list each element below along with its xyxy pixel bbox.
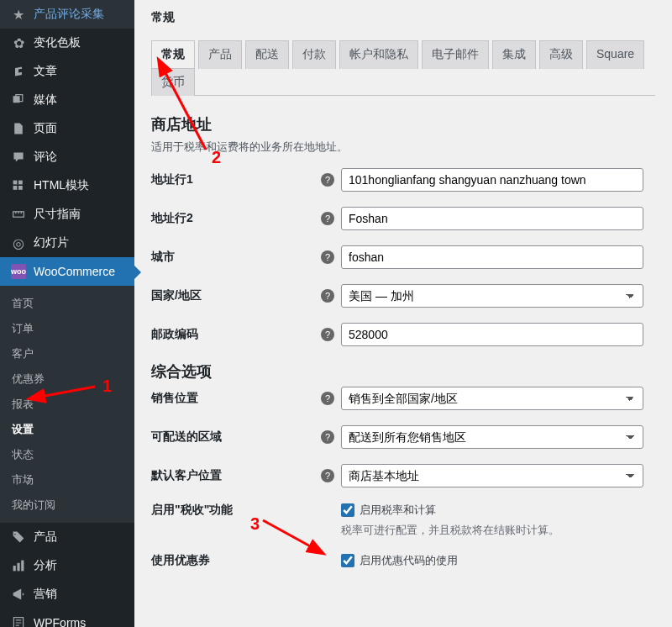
tab-shipping[interactable]: 配送 [245,40,289,69]
checkbox-enable-tax-label: 启用税率和计算 [360,503,436,518]
tab-integration[interactable]: 集成 [492,40,536,69]
help-icon[interactable]: ? [321,430,334,444]
help-icon[interactable]: ? [321,289,334,303]
sidebar-item-marketing[interactable]: 营销 [0,580,134,609]
submenu-customers[interactable]: 客户 [0,341,134,366]
sidebar-label: 尺寸指南 [34,207,81,222]
star-icon: ★ [10,6,27,23]
active-arrow-icon [134,266,141,279]
pin-icon [10,63,27,80]
help-icon[interactable]: ? [321,469,334,482]
input-address2[interactable] [341,207,643,230]
submenu-settings[interactable]: 设置 [0,417,134,442]
row-address2: 地址行2 ? [151,207,655,230]
sidebar-label: WooCommerce [34,265,115,278]
checkbox-coupons-wrap[interactable]: 启用优惠代码的使用 [341,553,655,568]
slides-icon: ◎ [10,234,27,251]
row-shipping-location: 可配送的区域 ? 配送到所有您销售地区 [151,425,655,449]
tab-products[interactable]: 产品 [198,40,242,69]
svg-rect-9 [21,561,24,572]
store-address-desc: 适用于税率和运费将的业务所在地地址。 [151,140,655,155]
sidebar-item-products[interactable]: 产品 [0,523,134,551]
sidebar-item-woocommerce[interactable]: woo WooCommerce [0,257,134,286]
enable-tax-desc: 税率可进行配置，并且税款将在结账时计算。 [341,523,655,538]
sidebar-label: 变化色板 [34,35,81,50]
annotation-number-2: 2 [212,148,221,167]
label-enable-tax: 启用"税收"功能 [151,503,319,518]
submenu-market[interactable]: 市场 [0,467,134,493]
help-icon[interactable]: ? [321,392,334,405]
label-postcode: 邮政编码 [151,327,319,342]
svg-rect-2 [13,181,18,185]
sidebar-item-wpforms[interactable]: WPForms [0,609,134,627]
help-icon[interactable]: ? [321,212,334,225]
sidebar-label: 幻灯片 [34,235,69,250]
help-icon[interactable]: ? [321,328,334,341]
svg-rect-3 [18,181,23,185]
submenu-home[interactable]: 首页 [0,291,134,316]
tab-accounts[interactable]: 帐户和隐私 [339,40,418,69]
svg-rect-7 [13,566,16,571]
product-icon [10,529,27,545]
settings-tabs: 常规 产品 配送 付款 帐户和隐私 电子邮件 集成 高级 Square 货币 [151,40,655,96]
sidebar-item-slides[interactable]: ◎幻灯片 [0,229,134,257]
svg-rect-5 [18,186,23,190]
submenu-orders[interactable]: 订单 [0,316,134,341]
tab-emails[interactable]: 电子邮件 [422,40,489,69]
checkbox-enable-tax[interactable] [341,503,354,517]
content-area: 常规 常规 产品 配送 付款 帐户和隐私 电子邮件 集成 高级 Square 货… [134,0,672,593]
sidebar-item-sizeguide[interactable]: 尺寸指南 [0,200,134,229]
sidebar-label: 媒体 [34,92,57,108]
submenu-coupons[interactable]: 优惠券 [0,366,134,392]
sidebar-label: 评论 [34,150,57,165]
label-selling-location: 销售位置 [151,391,319,406]
media-icon [10,92,27,108]
sidebar-item-analytics[interactable]: 分析 [0,551,134,580]
select-selling-location[interactable]: 销售到全部国家/地区 [341,387,643,410]
sidebar-label: 产品评论采集 [34,7,104,22]
wpforms-icon [10,614,27,627]
sidebar-label: 产品 [34,530,57,545]
sidebar-item-reviews[interactable]: ★产品评论采集 [0,0,134,29]
tab-square[interactable]: Square [586,40,644,69]
submenu-subscriptions[interactable]: 我的订阅 [0,493,134,518]
tab-currency[interactable]: 货币 [151,68,195,96]
submenu-status[interactable]: 状态 [0,442,134,467]
row-city: 城市 ? [151,245,655,269]
admin-sidebar: ★产品评论采集 ✿变化色板 文章 媒体 页面 评论 HTML模块 尺寸指南 ◎幻… [0,0,134,627]
label-address2: 地址行2 [151,211,319,226]
checkbox-coupons[interactable] [341,554,354,567]
help-icon[interactable]: ? [321,250,334,264]
sidebar-label: 营销 [34,587,57,602]
store-address-section: 商店地址 适用于税率和运费将的业务所在地地址。 地址行1 ? 地址行2 ? 城市… [134,96,672,593]
select-shipping-location[interactable]: 配送到所有您销售地区 [341,425,643,449]
checkbox-enable-tax-wrap[interactable]: 启用税率和计算 [341,503,655,518]
input-city[interactable] [341,245,643,269]
sidebar-item-comments[interactable]: 评论 [0,143,134,171]
ruler-icon [10,206,27,223]
submenu-reports[interactable]: 报表 [0,392,134,417]
sidebar-item-posts[interactable]: 文章 [0,57,134,86]
page-icon [10,120,27,137]
sidebar-item-pages[interactable]: 页面 [0,114,134,143]
tab-general[interactable]: 常规 [151,40,195,69]
input-address1[interactable] [341,168,643,192]
tab-payments[interactable]: 付款 [292,40,336,69]
select-default-customer[interactable]: 商店基本地址 [341,464,643,487]
sidebar-label: 分析 [34,558,57,573]
row-selling-location: 销售位置 ? 销售到全部国家/地区 [151,387,655,410]
annotation-number-1: 1 [102,377,112,396]
sidebar-label: 页面 [34,121,57,136]
tab-advanced[interactable]: 高级 [539,40,583,69]
select-country[interactable]: 美国 — 加州 [341,284,643,308]
input-postcode[interactable] [341,323,643,346]
sidebar-label: 文章 [34,64,57,79]
sidebar-label: WPForms [34,616,86,627]
general-options-title: 综合选项 [151,361,655,382]
sidebar-item-html[interactable]: HTML模块 [0,171,134,200]
sidebar-item-media[interactable]: 媒体 [0,86,134,114]
palette-icon: ✿ [10,34,27,51]
store-address-title: 商店地址 [151,114,655,134]
sidebar-item-swatches[interactable]: ✿变化色板 [0,29,134,57]
help-icon[interactable]: ? [321,173,334,187]
